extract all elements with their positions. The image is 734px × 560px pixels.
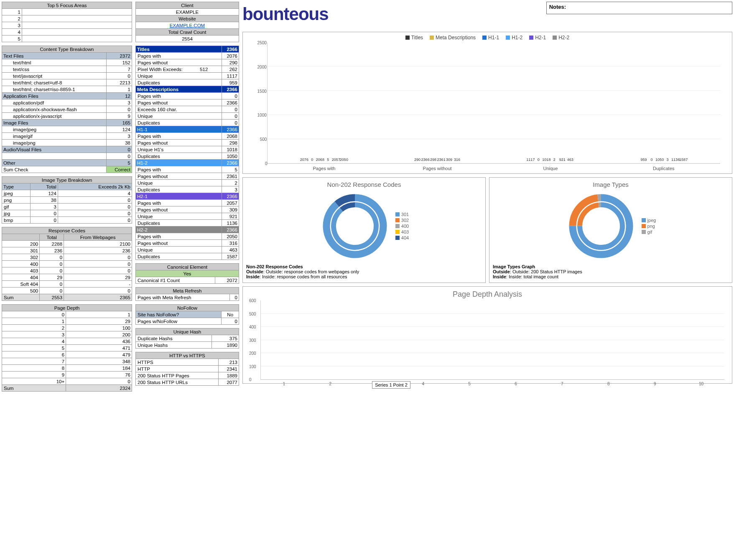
content-type-title: Content Type Breakdown [2, 46, 132, 53]
meta-refresh-table: Meta Refresh Pages with Meta Refresh 0 [135, 287, 239, 301]
response-codes-table: Response Codes Total From Webpages 20022… [2, 227, 132, 301]
canonical-table: Canonical Element Yes Canonical #1 Count… [135, 263, 239, 284]
http-table: HTTP vs HTTPS HTTPS213HTTP2341200 Status… [135, 352, 239, 386]
donut-img-svg [566, 191, 637, 262]
donut-codes-svg [319, 191, 390, 262]
image-type-table: Image Type Breakdown Type Total Exceeds … [2, 176, 132, 224]
client-table: Client EXAMPLE Website EXAMPLE.COM Total… [135, 2, 239, 42]
content-type-table: Content Type Breakdown Text Files2372tex… [2, 46, 132, 173]
page-depth-chart: Page Depth Analysis 12345678910 Series 1… [242, 286, 732, 384]
focus-table: Top 5 Focus Areas 12345 [2, 2, 132, 42]
website-link[interactable]: EXAMPLE.COM [136, 22, 239, 29]
seo-bar-chart: TitlesMeta DescriptionsH1-1H1-2H2-1H2-2 … [242, 32, 732, 174]
hash-table: Unique Hash Duplicate Hashs375Unique Has… [135, 328, 239, 349]
column-middle: Client EXAMPLE Website EXAMPLE.COM Total… [135, 2, 239, 392]
focus-title: Top 5 Focus Areas [2, 2, 132, 9]
seo-table: Titles2366Pages with2076Pages without290… [135, 46, 239, 260]
nofollow-table: NoFollow Site has NoFollow? No Pages w/N… [135, 304, 239, 325]
notes-box: Notes: [546, 2, 732, 14]
bar-legend: TitlesMeta DescriptionsH1-1H1-2H2-1H2-2 [246, 35, 729, 41]
donut-image-types: Image Types jpegpnggif Image Types Graph… [489, 177, 732, 283]
column-left: Top 5 Focus Areas 12345 Content Type Bre… [2, 2, 132, 392]
depth-tooltip: Series 1 Point 2 [372, 381, 410, 389]
brand-logo: bounteous [242, 2, 329, 28]
donut-response-codes: Non-202 Response Codes 301302400403404 N… [242, 177, 486, 283]
column-right: bounteous Notes: TitlesMeta Descriptions… [242, 2, 732, 392]
page-depth-table: Page Depth 01129210032004436547164797348… [2, 304, 132, 392]
